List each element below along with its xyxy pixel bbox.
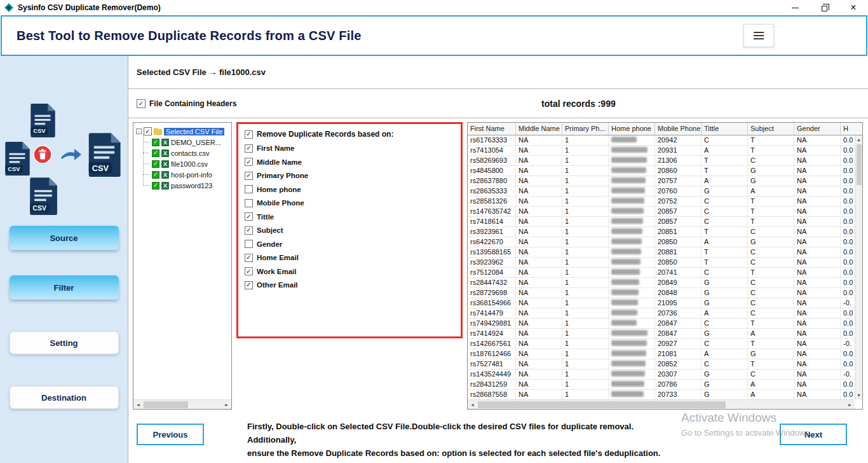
filter-option[interactable]: Work Email: [245, 267, 454, 275]
file-headers-checkbox[interactable]: [137, 99, 146, 108]
filter-option-checkbox[interactable]: [245, 158, 253, 166]
filter-option[interactable]: Middle Name: [245, 158, 454, 166]
grid-column-header[interactable]: First Name: [468, 123, 516, 135]
grid-row[interactable]: rs3923962NA120850TCNA0.0: [468, 258, 855, 268]
sidebar-button-setting[interactable]: Setting: [10, 331, 119, 354]
filter-option[interactable]: Primary Phone: [245, 172, 454, 180]
grid-cell: NA: [516, 370, 562, 380]
grid-row[interactable]: rs142667561NA120927CTNA-0.: [468, 339, 855, 349]
grid-cell: 0.0: [841, 329, 855, 339]
grid-row[interactable]: rs28635333NA120760GANA0.0: [468, 186, 855, 197]
filter-option-checkbox[interactable]: [245, 199, 253, 207]
grid-row[interactable]: rs28687558NA120733GANA0.0: [468, 390, 855, 399]
grid-column-header[interactable]: Mobile Phone: [655, 123, 702, 135]
grid-row[interactable]: rs139588165NA120881TCNA0.0: [468, 247, 855, 258]
minimize-icon[interactable]: [780, 0, 810, 15]
grid-column-header[interactable]: H: [841, 123, 862, 135]
filter-option[interactable]: Home Email: [245, 254, 454, 262]
tree-root-checkbox[interactable]: [144, 127, 152, 135]
restore-icon[interactable]: [810, 0, 839, 15]
scrollbar-thumb[interactable]: [144, 401, 188, 408]
filter-title-checkbox[interactable]: [245, 130, 253, 139]
sidebar-button-destination[interactable]: Destination: [10, 386, 119, 409]
filter-option-checkbox[interactable]: [245, 254, 253, 262]
scroll-left-icon[interactable]: ◄: [133, 400, 143, 409]
next-button[interactable]: Next: [780, 424, 847, 445]
grid-column-header[interactable]: Subject: [748, 123, 794, 135]
filter-option-checkbox[interactable]: [245, 212, 253, 221]
grid-row[interactable]: rs58269693NA121306TCNA0.0: [468, 156, 855, 166]
hamburger-menu-icon[interactable]: [743, 24, 774, 47]
sidebar-button-filter[interactable]: Filter: [10, 275, 119, 300]
grid-cell: C: [702, 319, 748, 329]
scroll-right-icon[interactable]: ►: [845, 400, 855, 409]
filter-option-checkbox[interactable]: [245, 267, 253, 275]
grid-row[interactable]: rs7413054NA120931ATNA0.0: [468, 146, 855, 156]
tree-item[interactable]: Xfile1000.csv: [151, 158, 231, 169]
grid-column-header[interactable]: Tittle: [702, 123, 748, 135]
grid-row[interactable]: rs28581326NA120752CTNA0.0: [468, 197, 855, 207]
sidebar-button-source[interactable]: Source: [10, 226, 119, 250]
filter-option-label: Gender: [257, 240, 282, 248]
grid-row[interactable]: rs7527481NA120852CTNA0.0: [468, 359, 855, 370]
grid-row[interactable]: rs3923961NA120851TCNA0.0: [468, 227, 855, 237]
tree-horizontal-scrollbar[interactable]: ◄ ►: [133, 399, 231, 409]
filter-option-checkbox[interactable]: [245, 240, 253, 248]
grid-column-header[interactable]: Middle Name: [516, 123, 562, 135]
grid-row[interactable]: rs143524449NA120307GCNA-0.: [468, 370, 855, 380]
grid-row[interactable]: rs6422670NA120850AGNA0.0: [468, 237, 855, 247]
close-icon[interactable]: ×: [839, 0, 868, 15]
grid-row[interactable]: rs4845800NA120860TGNA0.0: [468, 166, 855, 176]
filter-option[interactable]: Mobile Phone: [245, 199, 454, 207]
grid-row[interactable]: rs7414924NA120847GANA0.0: [468, 329, 855, 339]
grid-row[interactable]: rs368154966NA121095GCNA-0.: [468, 298, 855, 308]
tree-item[interactable]: Xpassword123: [151, 180, 231, 191]
filter-option[interactable]: Other Email: [245, 281, 454, 289]
grid-row[interactable]: rs28729698NA120848GCNA0.0: [468, 288, 855, 298]
tree-item-checkbox[interactable]: [152, 171, 159, 179]
grid-cell: 1: [562, 166, 609, 176]
scroll-down-icon[interactable]: ▼: [855, 391, 862, 399]
scroll-right-icon[interactable]: ►: [222, 400, 231, 409]
tree-item-checkbox[interactable]: [152, 182, 159, 190]
grid-column-header[interactable]: Gender: [794, 123, 841, 135]
filter-option[interactable]: Home phone: [245, 185, 454, 193]
grid-row[interactable]: rs187612466NA121081AGNA0.0: [468, 349, 855, 359]
tree-collapse-icon[interactable]: -: [136, 128, 142, 134]
grid-row[interactable]: rs749429881NA120847CTNA0.0: [468, 319, 855, 329]
filter-option-checkbox[interactable]: [245, 172, 253, 180]
grid-horizontal-scrollbar[interactable]: ◄ ►: [468, 399, 855, 409]
grid-row[interactable]: rs7418614NA120857CTNA0.0: [468, 217, 855, 227]
grid-row[interactable]: rs7512084NA120741CTNA0.0: [468, 268, 855, 278]
grid-row[interactable]: rs28637880NA120757AGNA0.0: [468, 176, 855, 186]
grid-row[interactable]: rs7414479NA120736ACNA0.0: [468, 308, 855, 319]
grid-row[interactable]: rs28431259NA120786GANA0.0: [468, 380, 855, 390]
filter-option[interactable]: Gender: [245, 240, 454, 248]
tree-root-item[interactable]: - Selected CSV File: [136, 126, 231, 137]
tree-item[interactable]: Xcontacts.csv: [151, 148, 231, 158]
scroll-left-icon[interactable]: ◄: [468, 400, 477, 409]
tree-item-checkbox[interactable]: [152, 149, 159, 157]
tree-item-checkbox[interactable]: [152, 139, 159, 146]
filter-option-checkbox[interactable]: [245, 226, 253, 235]
filter-option[interactable]: Subject: [245, 226, 454, 235]
scrollbar-thumb[interactable]: [478, 401, 726, 408]
grid-column-header[interactable]: Home phone: [609, 123, 655, 135]
filter-option-checkbox[interactable]: [245, 144, 253, 153]
tree-item[interactable]: XDEMO_USER...: [151, 137, 231, 148]
tree-item[interactable]: Xhost-port-info: [151, 169, 231, 180]
grid-row[interactable]: rs147635742NA120857CTNA0.0: [468, 207, 855, 217]
filter-option[interactable]: Tittle: [245, 212, 454, 221]
filter-option-checkbox[interactable]: [245, 281, 253, 289]
tree-item-checkbox[interactable]: [152, 160, 159, 168]
grid-cell: 20927: [655, 339, 702, 349]
scroll-up-icon[interactable]: ▲: [855, 135, 862, 144]
grid-row[interactable]: rs28447432NA120849GCNA0.0: [468, 278, 855, 288]
filter-option[interactable]: First Name: [245, 144, 454, 153]
grid-row[interactable]: rs61763333NA120942CTNA0.0: [468, 135, 855, 146]
grid-vertical-scrollbar[interactable]: ▲ ▼: [855, 135, 862, 399]
previous-button[interactable]: Previous: [137, 424, 204, 445]
filter-option-checkbox[interactable]: [245, 185, 253, 193]
scrollbar-thumb[interactable]: [857, 144, 862, 185]
grid-column-header[interactable]: Primary Ph...: [562, 123, 609, 135]
